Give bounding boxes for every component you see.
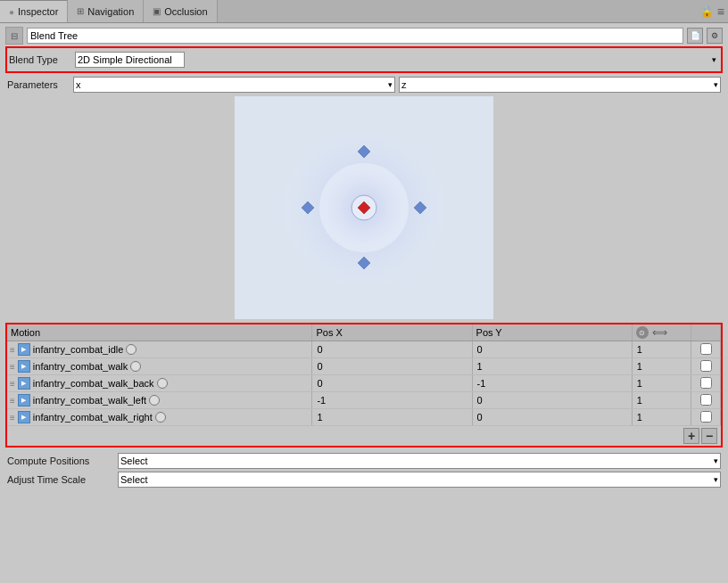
menu-icon[interactable]: ≡ [717, 4, 724, 19]
col-header-motion: Motion [7, 324, 312, 341]
col-header-posy: Pos Y [472, 324, 632, 341]
pos-y-cell-2 [472, 375, 632, 392]
motion-checkbox-1[interactable] [700, 360, 712, 372]
param-z-select[interactable]: z [399, 77, 721, 93]
pos-x-cell-0 [312, 341, 472, 358]
pos-y-cell-0 [472, 341, 632, 358]
drag-handle-4[interactable]: ≡ [10, 413, 15, 423]
pos-y-input-0[interactable] [476, 342, 629, 357]
parameters-row: Parameters x z [5, 77, 723, 93]
table-row: ≡ infantry_combat_idle [7, 341, 721, 358]
blend-viz-svg[interactable] [235, 96, 493, 319]
motion-name-2: infantry_combat_walk_back [33, 378, 154, 389]
blend-type-row: Blend Type 2D Simple Directional 1D 2D F… [9, 50, 719, 70]
motion-name-cell-1: ≡ infantry_combat_walk [7, 358, 312, 375]
motion-name-cell-4: ≡ infantry_combat_walk_right [7, 409, 312, 426]
speed-cell-4 [632, 409, 691, 426]
pos-x-input-3[interactable] [315, 393, 468, 407]
motion-name-4: infantry_combat_walk_right [33, 412, 153, 423]
pos-x-input-1[interactable] [315, 359, 468, 374]
blend-type-select[interactable]: 2D Simple Directional 1D 2D Freeform Dir… [75, 52, 185, 68]
speed-input-4[interactable] [635, 410, 689, 424]
pos-y-input-1[interactable] [476, 359, 629, 374]
add-motion-button[interactable]: + [683, 428, 699, 444]
remove-motion-button[interactable]: − [701, 428, 717, 444]
tab-controls: 🔒 ≡ [697, 0, 728, 22]
table-row: ≡ infantry_combat_walk [7, 358, 721, 375]
pos-x-input-2[interactable] [315, 376, 468, 390]
checkbox-cell-3 [691, 392, 721, 409]
settings-icon: ⚙ [711, 31, 718, 40]
settings-icon-btn[interactable]: ⚙ [707, 28, 723, 44]
tab-navigation[interactable]: ⊞ Navigation [68, 0, 144, 22]
speed-input-0[interactable] [635, 342, 689, 357]
drag-handle-icon: ⊟ [11, 31, 18, 41]
drag-handle-3[interactable]: ≡ [10, 396, 15, 406]
pos-y-input-3[interactable] [476, 393, 629, 407]
param-x-select[interactable]: x [73, 77, 395, 93]
occlusion-tab-icon: ▣ [153, 6, 161, 16]
param-z-wrapper: z [399, 77, 721, 93]
pos-y-input-2[interactable] [476, 376, 629, 390]
motion-name-0: infantry_combat_idle [33, 344, 124, 355]
checkbox-cell-0 [691, 341, 721, 358]
pos-x-cell-3 [312, 392, 472, 409]
drag-handle-1[interactable]: ≡ [10, 362, 15, 372]
drag-handle[interactable]: ⊟ [5, 27, 23, 45]
navigation-tab-label: Navigation [87, 6, 134, 17]
motion-checkbox-3[interactable] [700, 394, 712, 406]
blend-tree-title-input[interactable] [27, 28, 683, 44]
adjust-time-scale-select-wrapper: Select Homogeneous Speed [118, 472, 721, 488]
motion-icon-1 [18, 360, 30, 373]
col-header-posx: Pos X [312, 324, 472, 341]
reference-icon-btn[interactable]: 📄 [687, 28, 703, 44]
motion-table: Motion Pos X Pos Y ⊙ ⟺ [7, 324, 721, 426]
add-remove-row: + − [7, 426, 721, 446]
adjust-time-scale-select[interactable]: Select Homogeneous Speed [118, 472, 721, 488]
tab-inspector[interactable]: ● Inspector [0, 0, 68, 22]
motion-circle-btn-3[interactable] [149, 395, 160, 406]
motion-circle-btn-2[interactable] [157, 378, 168, 389]
tab-bar: ● Inspector ⊞ Navigation ▣ Occlusion 🔒 ≡ [0, 0, 728, 23]
table-row: ≡ infantry_combat_walk_left [7, 392, 721, 409]
col-header-checkbox [691, 324, 721, 341]
speed-input-1[interactable] [635, 359, 689, 374]
mirror-col-icon: ⟺ [652, 326, 665, 339]
table-row: ≡ infantry_combat_walk_back [7, 375, 721, 392]
navigation-tab-icon: ⊞ [77, 6, 84, 16]
compute-positions-label: Compute Positions [7, 456, 114, 466]
checkbox-cell-4 [691, 409, 721, 426]
drag-handle-2[interactable]: ≡ [10, 379, 15, 389]
pos-x-cell-1 [312, 358, 472, 375]
pos-x-cell-4 [312, 409, 472, 426]
motion-circle-btn-1[interactable] [130, 361, 141, 372]
speed-cell-0 [632, 341, 691, 358]
parameters-label: Parameters [7, 79, 70, 90]
motion-icon-0 [18, 343, 30, 356]
motion-name-1: infantry_combat_walk [33, 361, 128, 372]
blend-visualization [235, 96, 493, 319]
compute-positions-select[interactable]: Select Velocity XZ Speed And Angular Spe… [118, 453, 721, 469]
speed-input-2[interactable] [635, 376, 689, 390]
motion-checkbox-4[interactable] [700, 411, 712, 423]
speed-cell-3 [632, 392, 691, 409]
drag-handle-0[interactable]: ≡ [10, 345, 15, 355]
blend-type-section: Blend Type 2D Simple Directional 1D 2D F… [5, 46, 723, 73]
lock-icon[interactable]: 🔒 [700, 5, 714, 18]
motion-table-container: Motion Pos X Pos Y ⊙ ⟺ [5, 323, 723, 448]
adjust-time-scale-label: Adjust Time Scale [7, 474, 114, 485]
tab-occlusion[interactable]: ▣ Occlusion [144, 0, 217, 22]
col-header-speed: ⊙ ⟺ [632, 324, 691, 341]
motion-checkbox-2[interactable] [700, 377, 712, 389]
pos-y-input-4[interactable] [476, 410, 629, 424]
pos-x-input-4[interactable] [315, 410, 468, 424]
motion-checkbox-0[interactable] [700, 343, 712, 355]
motion-circle-btn-0[interactable] [126, 344, 136, 355]
motion-icon-3 [18, 394, 30, 406]
checkbox-cell-2 [691, 375, 721, 392]
speed-input-3[interactable] [635, 393, 689, 407]
pos-y-cell-3 [472, 392, 632, 409]
pos-x-input-0[interactable] [315, 342, 468, 357]
inspector-tab-label: Inspector [18, 6, 58, 17]
motion-circle-btn-4[interactable] [155, 412, 166, 423]
